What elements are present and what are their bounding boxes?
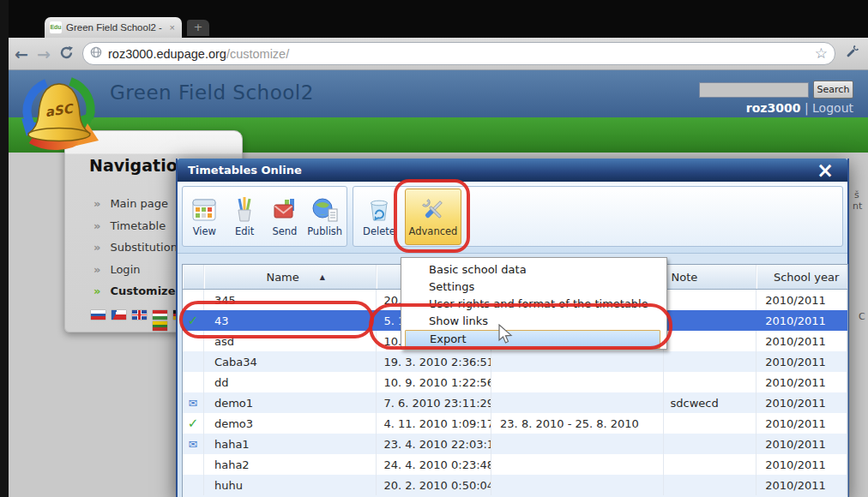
envelope-icon — [271, 196, 298, 224]
dialog-titlebar[interactable]: Timetables Online × — [178, 159, 847, 182]
table-row[interactable]: ✉ demo1 7. 6. 2010 23:11:29 sdcwecd 2010… — [183, 392, 847, 413]
calendar-icon — [190, 196, 218, 224]
flag-lithuania-icon[interactable] — [153, 321, 167, 331]
annotation-circle-export — [369, 303, 672, 350]
chevron-icon: » — [93, 263, 100, 276]
table-row[interactable]: ✓ demo3 4. 11. 2010 1:09:17 23. 8. 2010 … — [183, 413, 847, 434]
mail-icon: ✉ — [189, 397, 198, 410]
edupage-favicon-icon: Edu — [50, 21, 62, 33]
school-year-column-header[interactable]: School year — [756, 265, 847, 289]
menu-item-basic-school-data[interactable]: Basic school data — [401, 261, 666, 278]
annotation-circle-row-43 — [179, 301, 374, 338]
flag-hungary-icon[interactable] — [153, 310, 167, 320]
chevron-icon: » — [93, 284, 100, 297]
globe-icon — [90, 46, 102, 62]
annotation-circle-advanced — [394, 179, 470, 253]
table-row[interactable]: huhu 20. 2. 2010 0:50:04 2010/2011 — [183, 475, 847, 495]
check-icon: ✓ — [188, 416, 199, 431]
dialog-toolbar: View Edit Send Publish Delete — [178, 182, 847, 254]
asc-bell-logo: aSC — [10, 70, 108, 163]
reload-icon[interactable] — [55, 45, 77, 63]
logout-link[interactable]: Logout — [812, 101, 853, 115]
flag-czech-icon[interactable] — [112, 310, 126, 320]
dialog-title: Timetables Online — [188, 164, 813, 177]
back-icon[interactable]: ← — [10, 45, 33, 63]
search-button[interactable]: Search — [813, 81, 853, 99]
table-row[interactable]: dd 10. 9. 2010 1:22:56 2010/2011 — [183, 372, 847, 392]
publish-button[interactable]: Publish — [304, 190, 345, 243]
recycle-bin-icon — [365, 196, 393, 224]
globe-page-icon — [311, 196, 339, 224]
tab-close-icon[interactable]: × — [168, 22, 177, 33]
name-column-header[interactable]: Name▲ — [204, 265, 377, 289]
flag-slovakia-icon[interactable] — [91, 310, 105, 320]
tab-title: Green Field School2 - Cu... — [66, 22, 164, 33]
browser-toolbar: ← → roz3000.edupage.org/customize/ ☆ — [0, 38, 868, 70]
window-border — [0, 0, 9, 497]
status-column-header[interactable] — [183, 265, 204, 289]
table-row[interactable]: ✉ haha1 23. 4. 2010 22:03:19 2010/2011 — [183, 434, 847, 454]
chevron-icon: » — [93, 197, 100, 210]
url-bar[interactable]: roz3000.edupage.org/customize/ ☆ — [82, 42, 835, 65]
search-input[interactable] — [699, 82, 809, 98]
edit-button[interactable]: Edit — [225, 190, 265, 243]
page-title: Green Field School2 — [110, 81, 314, 104]
forward-icon[interactable]: → — [33, 45, 55, 63]
sort-asc-icon: ▲ — [320, 273, 325, 281]
bg-fragment: C — [859, 311, 865, 322]
chevron-icon: » — [93, 241, 100, 254]
pencils-icon — [231, 196, 258, 224]
send-button[interactable]: Send — [265, 190, 305, 243]
menu-item-settings[interactable]: Settings — [401, 278, 666, 296]
mouse-cursor-icon — [496, 324, 515, 348]
table-row[interactable]: Caba34 19. 3. 2010 2:36:51 2010/2011 — [183, 351, 847, 372]
username: roz3000 — [746, 101, 801, 115]
wrench-menu-icon[interactable] — [843, 44, 860, 64]
url-text: roz3000.edupage.org/customize/ — [108, 47, 809, 61]
bookmark-star-icon[interactable]: ☆ — [815, 45, 828, 63]
close-icon[interactable]: × — [813, 162, 837, 179]
flag-uk-icon[interactable] — [132, 310, 147, 320]
browser-tab[interactable]: Edu Green Field School2 - Cu... × — [45, 17, 182, 38]
user-session: roz3000 | Logout — [600, 101, 853, 115]
note-column-header[interactable]: Note — [664, 265, 757, 289]
new-tab-button[interactable]: + — [187, 20, 209, 36]
bg-fragment: š — [854, 189, 859, 201]
view-button[interactable]: View — [184, 190, 225, 243]
toolbar-group-main: View Edit Send Publish — [182, 186, 347, 247]
chevron-icon: » — [93, 219, 100, 232]
table-row[interactable]: haha2 24. 4. 2010 0:23:48 2010/2011 — [183, 454, 847, 475]
mail-icon: ✉ — [189, 438, 198, 451]
bg-fragment: nt — [853, 201, 862, 212]
